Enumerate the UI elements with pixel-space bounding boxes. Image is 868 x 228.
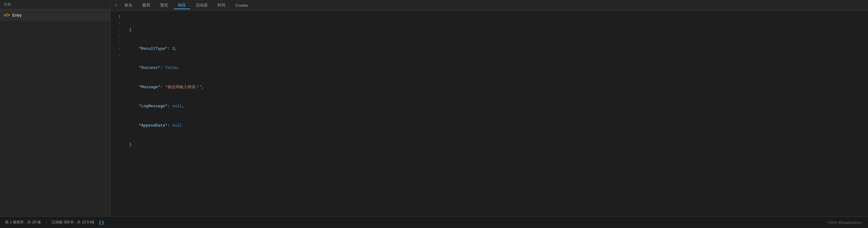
tab-bar: × 标头 载荷 预览 响应 启动器 时间 Cookie [111, 0, 868, 11]
status-right: CSDN @fangfangfang~ [828, 221, 863, 224]
right-panel: × 标头 载荷 预览 响应 启动器 时间 Cookie 1 - - - - - … [111, 0, 868, 216]
status-credit: CSDN @fangfangfang~ [828, 221, 863, 224]
line-number-7: - [111, 52, 121, 59]
line-number-3: - [111, 27, 121, 33]
line-numbers: 1 - - - - - - [111, 11, 124, 216]
tab-payload[interactable]: 载荷 [138, 1, 155, 9]
tab-headers[interactable]: 标头 [120, 1, 137, 9]
code-line-4: "Message": "验证码输入错误！", [129, 84, 863, 91]
status-requests: 第 1 项请求，共 29 项 [5, 220, 41, 225]
tab-cookie[interactable]: Cookie [231, 2, 252, 9]
tab-close-button[interactable]: × [113, 2, 119, 8]
sidebar-header-label: 名称 [4, 2, 11, 7]
line-number-6: - [111, 46, 121, 52]
code-line-5: "LogMessage": null, [129, 103, 863, 110]
line-number-1: 1 [111, 14, 121, 20]
status-braces[interactable]: { } [99, 220, 104, 225]
code-line-7: } [129, 142, 863, 148]
line-number-2: - [111, 20, 121, 27]
line-number-5: - [111, 39, 121, 46]
tab-initiator[interactable]: 启动器 [191, 1, 212, 9]
entry-icon: </> [4, 12, 10, 18]
status-bar: 第 1 项请求，共 29 项 | 已传输 305 B，共 10.5 kB { }… [0, 216, 868, 228]
status-left: 第 1 项请求，共 29 项 | 已传输 305 B，共 10.5 kB { } [5, 220, 104, 225]
code-line-6: "AppendData": null [129, 123, 863, 129]
code-line-3: "Success": false, [129, 65, 863, 71]
status-divider-1: | [46, 220, 46, 225]
sidebar-entry-item[interactable]: </> Entry [0, 9, 110, 21]
code-area: 1 - - - - - - { "ResultType": 3, "Succes… [111, 11, 868, 216]
line-number-4: - [111, 33, 121, 39]
status-transferred: 已传输 305 B，共 10.5 kB [52, 220, 94, 225]
code-line-1: { [129, 27, 863, 33]
tab-preview[interactable]: 预览 [156, 1, 173, 9]
tab-response[interactable]: 响应 [174, 1, 190, 9]
main-container: 名称 </> Entry × 标头 载荷 预览 响应 启动器 时间 Cookie… [0, 0, 868, 216]
sidebar: 名称 </> Entry [0, 0, 111, 216]
sidebar-header: 名称 [0, 0, 110, 9]
code-content: { "ResultType": 3, "Success": false, "Me… [124, 11, 868, 216]
code-line-2: "ResultType": 3, [129, 46, 863, 52]
tab-timing[interactable]: 时间 [213, 1, 230, 9]
entry-label: Entry [12, 13, 22, 18]
